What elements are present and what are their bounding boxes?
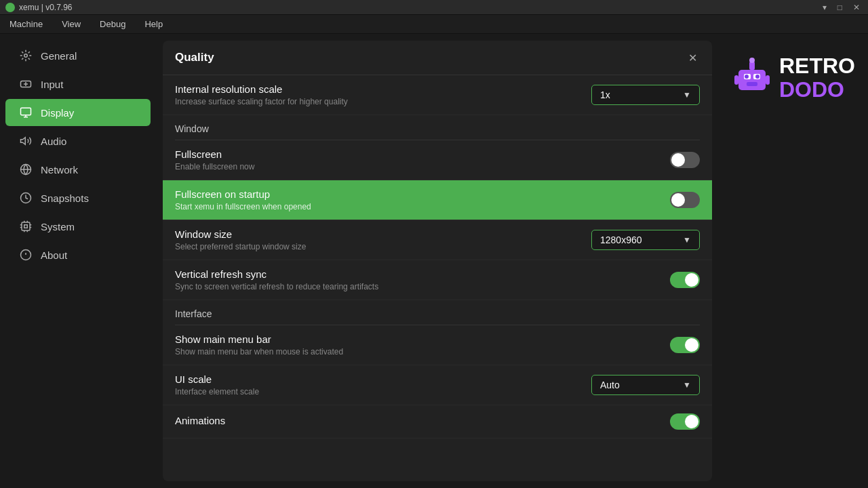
setting-info-fullscreen-startup: Fullscreen on startup Start xemu in full… — [175, 188, 670, 211]
sidebar-item-network[interactable]: Network — [5, 156, 151, 183]
svg-rect-26 — [766, 75, 770, 85]
resolution-dropdown-arrow: ▼ — [683, 90, 691, 100]
sidebar-item-display[interactable]: Display — [5, 99, 151, 126]
setting-row-window-size: Window size Select preferred startup win… — [163, 220, 712, 260]
logo-text-retro: RETRO — [779, 54, 855, 78]
setting-info-resolution: Internal resolution scale Increase surfa… — [175, 83, 591, 106]
fullscreen-toggle-track[interactable] — [670, 152, 700, 168]
menu-bar: Machine View Debug Help — [0, 15, 868, 34]
window-controls[interactable]: ▾ □ ✕ — [820, 3, 863, 12]
section-header-window: Window — [163, 115, 712, 140]
setting-label-animations: Animations — [175, 415, 670, 426]
panel-title: Quality — [175, 51, 214, 64]
menu-view[interactable]: View — [58, 18, 85, 30]
fullscreen-toggle[interactable] — [670, 152, 700, 168]
setting-info-ui-scale: UI scale Interface element scale — [175, 373, 591, 396]
sidebar-item-audio[interactable]: Audio — [5, 127, 151, 155]
logo-text-dodo: DODO — [779, 78, 855, 102]
title-bar-left: xemu | v0.7.96 — [5, 3, 73, 12]
sidebar: General Input Display — [0, 34, 156, 488]
vsync-toggle[interactable] — [670, 272, 700, 288]
animations-toggle-thumb — [685, 415, 698, 428]
menu-machine[interactable]: Machine — [5, 18, 47, 30]
maximize-button[interactable]: □ — [835, 3, 845, 12]
setting-info-menu-bar: Show main menu bar Show main menu bar wh… — [175, 333, 670, 357]
setting-desc-ui-scale: Interface element scale — [175, 387, 591, 396]
ui-scale-dropdown[interactable]: Auto ▼ — [591, 375, 700, 395]
menu-bar-toggle-track[interactable] — [670, 337, 700, 353]
menu-bar-toggle[interactable] — [670, 337, 700, 353]
sidebar-label-snapshots: Snapshots — [41, 192, 89, 204]
setting-desc-resolution: Increase surface scaling factor for high… — [175, 97, 591, 106]
title-bar: xemu | v0.7.96 ▾ □ ✕ — [0, 0, 868, 15]
setting-info-window-size: Window size Select preferred startup win… — [175, 228, 591, 251]
resolution-scale-dropdown[interactable]: 1x ▼ — [591, 85, 700, 105]
logo-container: RETRO DODO — [732, 54, 855, 102]
svg-rect-19 — [738, 70, 766, 90]
setting-label-menu-bar: Show main menu bar — [175, 333, 670, 345]
setting-desc-vsync: Sync to screen vertical refresh to reduc… — [175, 282, 670, 291]
animations-toggle-track[interactable] — [670, 413, 700, 430]
sidebar-item-general[interactable]: General — [5, 42, 151, 69]
vsync-toggle-track[interactable] — [670, 272, 700, 288]
svg-point-24 — [749, 58, 755, 63]
close-panel-button[interactable]: ✕ — [685, 50, 700, 65]
sidebar-item-about[interactable]: About — [5, 241, 151, 268]
fullscreen-startup-toggle[interactable] — [670, 192, 700, 208]
window-size-dropdown-arrow: ▼ — [683, 235, 691, 245]
snapshots-icon — [19, 191, 33, 205]
menu-bar-toggle-thumb — [685, 338, 698, 352]
setting-info-animations: Animations — [175, 415, 670, 428]
fullscreen-startup-toggle-thumb — [671, 193, 685, 207]
setting-row-resolution: Internal resolution scale Increase surfa… — [163, 75, 712, 115]
svg-point-27 — [745, 75, 749, 79]
sidebar-label-about: About — [41, 249, 67, 261]
sidebar-item-system[interactable]: System — [5, 213, 151, 240]
animations-toggle[interactable] — [670, 413, 700, 430]
setting-info-vsync: Vertical refresh sync Sync to screen ver… — [175, 268, 670, 291]
about-icon — [19, 248, 33, 262]
fullscreen-startup-toggle-track[interactable] — [670, 192, 700, 208]
setting-info-fullscreen: Fullscreen Enable fullscreen now — [175, 148, 670, 171]
svg-marker-3 — [21, 138, 26, 145]
setting-label-window-size: Window size — [175, 228, 591, 240]
setting-label-resolution: Internal resolution scale — [175, 83, 591, 95]
sidebar-item-input[interactable]: Input — [5, 70, 151, 98]
setting-desc-menu-bar: Show main menu bar when mouse is activat… — [175, 347, 670, 357]
setting-row-animations: Animations — [163, 405, 712, 439]
svg-rect-6 — [22, 222, 30, 230]
setting-label-vsync: Vertical refresh sync — [175, 268, 670, 280]
svg-rect-7 — [24, 225, 28, 228]
sidebar-label-input: Input — [41, 79, 63, 90]
vsync-toggle-thumb — [685, 273, 698, 287]
window-size-value: 1280x960 — [600, 235, 642, 245]
network-icon — [19, 163, 33, 176]
window-size-dropdown[interactable]: 1280x960 ▼ — [591, 230, 700, 250]
menu-help[interactable]: Help — [140, 18, 167, 30]
sidebar-label-general: General — [41, 50, 77, 62]
retro-dodo-icon — [732, 56, 772, 100]
setting-desc-fullscreen-startup: Start xemu in fullscreen when opened — [175, 202, 670, 211]
close-window-button[interactable]: ✕ — [850, 3, 863, 12]
setting-row-vsync: Vertical refresh sync Sync to screen ver… — [163, 260, 712, 300]
system-icon — [19, 220, 33, 233]
svg-rect-25 — [734, 75, 738, 85]
setting-row-fullscreen: Fullscreen Enable fullscreen now — [163, 140, 712, 180]
setting-row-ui-scale: UI scale Interface element scale Auto ▼ — [163, 365, 712, 405]
panel-content: Internal resolution scale Increase surfa… — [163, 75, 712, 481]
setting-row-fullscreen-startup: Fullscreen on startup Start xemu in full… — [163, 180, 712, 220]
section-header-interface: Interface — [163, 300, 712, 325]
sidebar-label-system: System — [41, 221, 75, 232]
fullscreen-toggle-thumb — [671, 153, 685, 167]
minimize-button[interactable]: ▾ — [820, 3, 829, 12]
sidebar-item-snapshots[interactable]: Snapshots — [5, 184, 151, 211]
window-title: xemu | v0.7.96 — [19, 3, 73, 12]
logo-text: RETRO DODO — [779, 54, 855, 102]
main-layout: General Input Display — [0, 34, 868, 488]
setting-label-fullscreen-startup: Fullscreen on startup — [175, 188, 670, 200]
display-icon — [19, 106, 33, 119]
svg-point-28 — [755, 75, 760, 79]
svg-point-0 — [24, 54, 28, 58]
menu-debug[interactable]: Debug — [96, 18, 130, 30]
setting-label-ui-scale: UI scale — [175, 373, 591, 385]
